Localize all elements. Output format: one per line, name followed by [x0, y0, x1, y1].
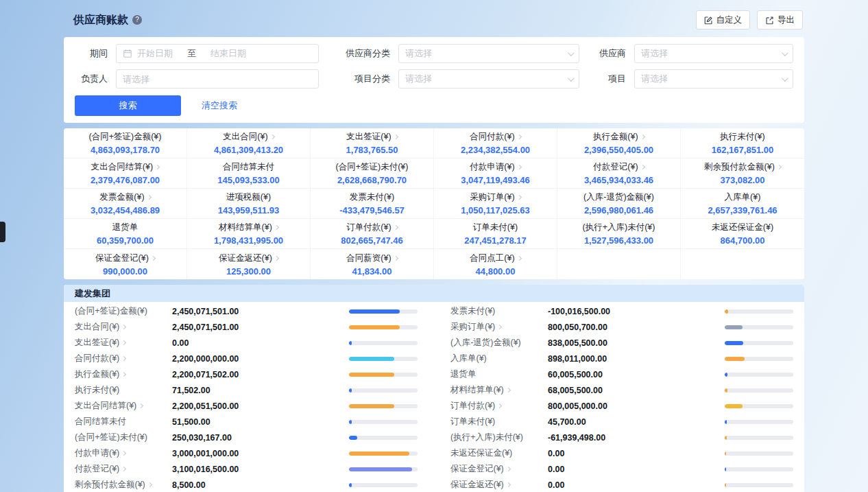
- stat-cell[interactable]: 剩余预付款金额(¥)373,082.00: [681, 159, 804, 189]
- chevron-right-icon: [274, 255, 279, 260]
- detail-row-label[interactable]: 支出签证(¥): [75, 337, 172, 349]
- stat-value[interactable]: 1,783,765.50: [346, 145, 398, 155]
- stat-value[interactable]: 3,032,454,486.89: [91, 205, 160, 215]
- page-title: 供应商账款: [73, 13, 128, 27]
- stat-cell[interactable]: 材料结算单(¥)1,798,431,995.00: [187, 219, 311, 249]
- stat-cell[interactable]: 付款登记(¥)3,465,934,033.46: [557, 159, 681, 189]
- side-drawer-handle[interactable]: [0, 222, 5, 242]
- chevron-right-icon: [497, 325, 502, 329]
- stat-cell[interactable]: 付款申请(¥)3,047,119,493.46: [434, 159, 557, 189]
- manager-input[interactable]: [116, 69, 319, 89]
- stat-value[interactable]: 41,834.00: [352, 266, 392, 277]
- group-header: 建发集团: [64, 285, 804, 302]
- detail-row-label[interactable]: 订单付款(¥): [450, 400, 548, 412]
- stat-cell[interactable]: 合同付款(¥)2,234,382,554.00: [434, 128, 557, 159]
- detail-row-label[interactable]: 采购订单(¥): [450, 321, 548, 333]
- stat-cell[interactable]: 保证金返还(¥)125,300.00: [187, 249, 311, 279]
- stat-cell[interactable]: 保证金登记(¥)990,000.00: [64, 249, 187, 279]
- stat-value[interactable]: 125,300.00: [226, 266, 271, 277]
- stat-value[interactable]: 2,379,476,087.00: [91, 175, 160, 185]
- detail-row: 发票未付(¥)-100,016,500.00: [450, 303, 793, 319]
- stat-value[interactable]: 2,234,382,554.00: [461, 145, 530, 155]
- edit-icon: [704, 16, 713, 25]
- detail-row-bar-fill: [349, 373, 394, 377]
- stat-value[interactable]: 1,050,117,025.63: [461, 205, 530, 215]
- stat-cell[interactable]: 合同薪资(¥)41,834.00: [311, 249, 434, 279]
- stat-cell[interactable]: 发票金额(¥)3,032,454,486.89: [64, 189, 187, 219]
- stat-cell[interactable]: 合同点工(¥)44,800.00: [434, 249, 557, 279]
- supplier-category-select[interactable]: 请选择: [398, 44, 579, 63]
- detail-row-label[interactable]: 保证金登记(¥): [450, 463, 548, 475]
- stat-label: (合同+签证)金额(¥): [89, 131, 162, 143]
- search-button[interactable]: 搜索: [75, 95, 181, 116]
- page-title-wrap: 供应商账款 ?: [73, 13, 142, 27]
- stat-cell: (合同+签证)未付(¥)2,628,668,790.70: [311, 159, 434, 189]
- detail-row-label: 入库单(¥): [450, 353, 548, 364]
- stat-value[interactable]: 1,798,431,995.00: [214, 235, 283, 246]
- detail-row: 订单未付(¥)45,700.00: [450, 414, 793, 430]
- stat-cell-empty: [681, 249, 804, 279]
- detail-row-label[interactable]: 付款申请(¥): [75, 447, 172, 459]
- detail-row-label[interactable]: 剩余预付款金额(¥): [75, 479, 172, 491]
- detail-row-label[interactable]: 支出合同(¥): [75, 321, 172, 333]
- detail-row-bar-fill: [725, 325, 743, 329]
- project-category-select[interactable]: 请选择: [398, 69, 579, 89]
- stat-cell[interactable]: 采购订单(¥)1,050,117,025.63: [434, 189, 557, 219]
- stat-value[interactable]: 2,396,550,405.00: [584, 145, 653, 155]
- detail-row-bar: [349, 341, 418, 345]
- stat-label: 合同付款(¥): [470, 131, 520, 143]
- detail-row-label[interactable]: 支出合同结算(¥): [75, 400, 172, 412]
- chevron-down-icon: [782, 75, 788, 82]
- stat-value[interactable]: 4,861,309,413.20: [214, 145, 283, 155]
- detail-row-label: (合同+签证)未付(¥): [75, 432, 172, 443]
- filter-label-project-category: 项目分类: [327, 73, 390, 85]
- group-card: 建发集团 (合同+签证)金额(¥)2,450,071,501.00支出合同(¥)…: [64, 285, 804, 492]
- help-icon[interactable]: ?: [132, 15, 142, 25]
- stat-cell[interactable]: 支出合同(¥)4,861,309,413.20: [187, 128, 311, 159]
- detail-row-label: (执行+入库)未付(¥): [450, 432, 548, 443]
- stat-value[interactable]: 990,000.00: [103, 266, 147, 277]
- detail-row: 剩余预付款金额(¥)8,500.00: [75, 477, 418, 492]
- stat-cell: 退货单60,359,700.00: [64, 219, 187, 249]
- stat-value[interactable]: 3,047,119,493.46: [461, 175, 530, 185]
- detail-row-label[interactable]: 付款登记(¥): [75, 463, 172, 475]
- detail-row-value: 3,000,001,000.00: [172, 449, 349, 458]
- detail-grid: (合同+签证)金额(¥)2,450,071,501.00支出合同(¥)2,450…: [64, 302, 804, 492]
- detail-row-bar-fill: [725, 452, 726, 456]
- detail-row: 未返还保证金(¥)0.00: [450, 445, 793, 461]
- detail-row-value: 45,700.00: [548, 417, 725, 427]
- detail-row-label[interactable]: 保证金返还(¥): [450, 479, 548, 491]
- date-range-picker[interactable]: 开始日期 至 结束日期: [116, 44, 319, 63]
- detail-row-bar-fill: [349, 357, 394, 361]
- filter-label-supplier: 供应商: [588, 47, 626, 60]
- detail-row-bar: [725, 357, 793, 361]
- detail-col-right: 发票未付(¥)-100,016,500.00采购订单(¥)800,050,700…: [450, 303, 793, 492]
- detail-row-bar: [349, 388, 418, 393]
- export-button[interactable]: 导出: [757, 10, 803, 30]
- customize-button[interactable]: 自定义: [696, 10, 751, 30]
- stat-value[interactable]: 44,800.00: [476, 266, 516, 277]
- detail-row-bar: [349, 404, 418, 408]
- filter-panel: 期间 开始日期 至 结束日期 供应商分类 请选择 供应商 请选择 负责人 项目分…: [64, 37, 804, 123]
- stat-value[interactable]: 3,465,934,033.46: [584, 175, 653, 185]
- supplier-select[interactable]: 请选择: [634, 44, 793, 63]
- stat-cell[interactable]: 执行金额(¥)2,396,550,405.00: [557, 128, 681, 159]
- stat-cell[interactable]: 订单付款(¥)802,665,747.46: [311, 219, 434, 249]
- stat-cell[interactable]: 支出合同结算(¥)2,379,476,087.00: [64, 159, 187, 189]
- detail-row: 支出签证(¥)0.00: [75, 335, 418, 351]
- stat-value[interactable]: 802,665,747.46: [341, 235, 402, 246]
- detail-row-label[interactable]: 执行金额(¥): [75, 368, 172, 380]
- stat-value[interactable]: 373,082.00: [720, 175, 764, 185]
- stat-cell[interactable]: 支出签证(¥)1,783,765.50: [311, 128, 434, 159]
- detail-row-bar-fill: [349, 404, 394, 408]
- detail-row-label[interactable]: 材料结算单(¥): [450, 384, 548, 396]
- clear-search-link[interactable]: 清空搜索: [202, 99, 237, 112]
- stat-label: 订单未付(¥): [473, 222, 518, 233]
- chevron-right-icon: [121, 340, 126, 345]
- detail-row-label[interactable]: 合同付款(¥): [75, 353, 172, 364]
- project-select[interactable]: 请选择: [634, 69, 793, 89]
- detail-row-label: 执行未付(¥): [75, 384, 172, 396]
- stat-value: 162,167,851.00: [712, 145, 773, 155]
- stat-label: 支出合同(¥): [223, 131, 274, 143]
- detail-row-bar-fill: [725, 388, 727, 393]
